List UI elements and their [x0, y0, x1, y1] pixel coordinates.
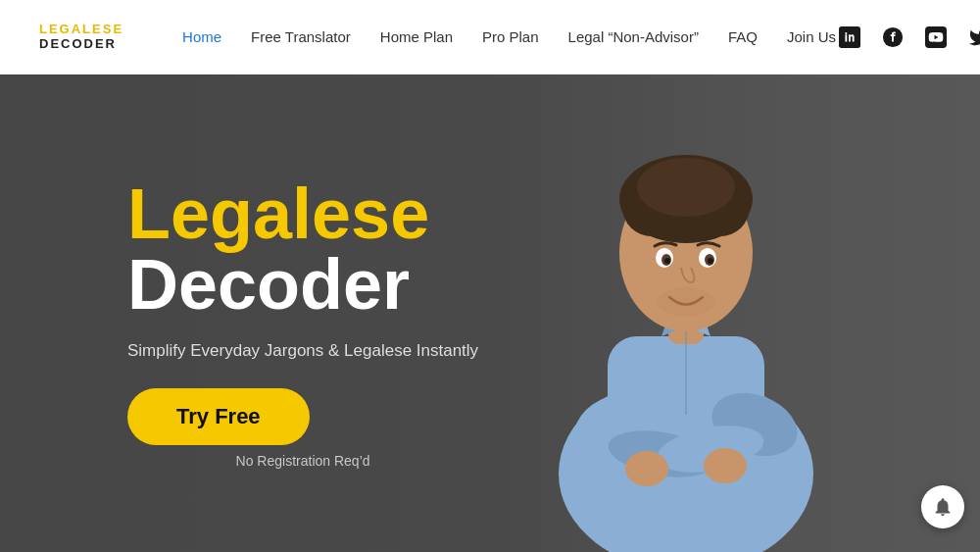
logo-top: LEGALESE: [39, 23, 123, 36]
svg-point-23: [664, 258, 670, 264]
nav-link-home[interactable]: Home: [182, 28, 221, 45]
hero-section: Legalese Decoder Simplify Everyday Jargo…: [0, 75, 980, 552]
svg-point-18: [637, 158, 735, 217]
nav-links: HomeFree TranslatorHome PlanPro PlanLega…: [182, 28, 836, 45]
bell-icon: [932, 496, 954, 518]
nav-link-free-translator[interactable]: Free Translator: [251, 28, 351, 45]
svg-rect-2: [925, 26, 947, 48]
navbar: LEGALESE DECODER HomeFree TranslatorHome…: [0, 0, 980, 75]
hero-person-image: [490, 81, 882, 552]
svg-point-10: [704, 448, 747, 483]
hero-title-white: Decoder: [127, 249, 478, 320]
notification-bell[interactable]: [921, 485, 964, 528]
linkedin-icon[interactable]: [836, 24, 863, 51]
site-logo[interactable]: LEGALESE DECODER: [39, 23, 123, 51]
twitter-icon[interactable]: [965, 24, 980, 51]
logo-bottom: DECODER: [39, 37, 123, 51]
hero-subtitle: Simplify Everyday Jargons & Legalese Ins…: [127, 341, 478, 361]
facebook-icon[interactable]: [879, 24, 906, 51]
no-registration-text: No Registration Req’d: [127, 453, 478, 469]
nav-link-join-us[interactable]: Join Us: [787, 28, 836, 45]
svg-point-24: [708, 258, 713, 264]
svg-point-9: [625, 451, 668, 486]
social-icons: [836, 24, 980, 51]
hero-title-yellow: Legalese: [127, 178, 478, 249]
nav-link-home-plan[interactable]: Home Plan: [380, 28, 453, 45]
youtube-icon[interactable]: [922, 24, 950, 51]
svg-point-25: [657, 287, 715, 317]
nav-link-faq[interactable]: FAQ: [728, 28, 758, 45]
hero-content: Legalese Decoder Simplify Everyday Jargo…: [0, 159, 478, 469]
try-free-button[interactable]: Try Free: [127, 388, 310, 445]
nav-link-pro-plan[interactable]: Pro Plan: [482, 28, 539, 45]
nav-link-legal-non-advisor[interactable]: Legal “Non-Advisor”: [568, 28, 699, 45]
